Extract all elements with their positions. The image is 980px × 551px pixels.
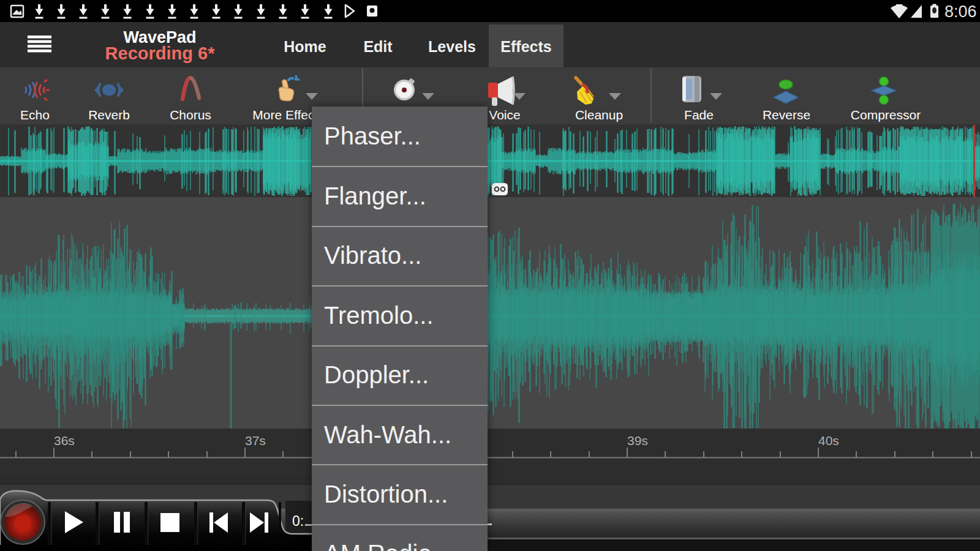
svg-text:0:: 0:	[292, 513, 304, 529]
